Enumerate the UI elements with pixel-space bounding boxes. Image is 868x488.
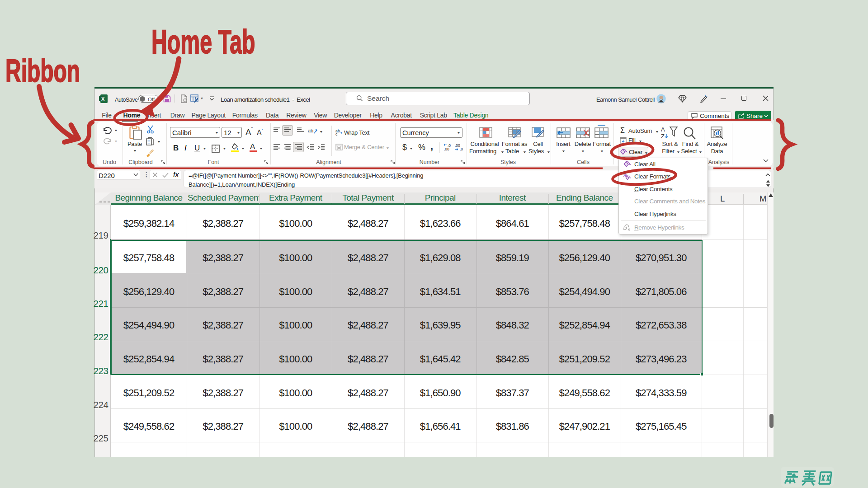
svg-text:A: A bbox=[661, 126, 665, 133]
svg-text:.0: .0 bbox=[460, 147, 463, 151]
svg-text:Z: Z bbox=[661, 133, 665, 140]
svg-text:ab: ab bbox=[308, 128, 313, 133]
svg-text:X: X bbox=[101, 96, 105, 102]
svg-text:.00: .00 bbox=[444, 147, 449, 151]
svg-text:c: c bbox=[335, 132, 338, 136]
